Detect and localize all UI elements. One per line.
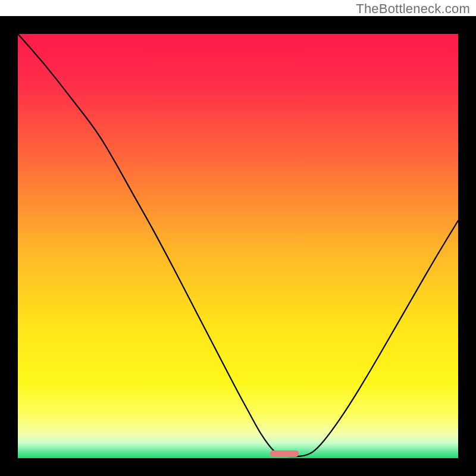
optimal-marker (270, 450, 299, 457)
chart-frame: TheBottleneck.com (0, 0, 476, 476)
bottleneck-curve (18, 34, 458, 458)
plot-area (18, 34, 458, 458)
watermark-text: TheBottleneck.com (356, 1, 470, 17)
